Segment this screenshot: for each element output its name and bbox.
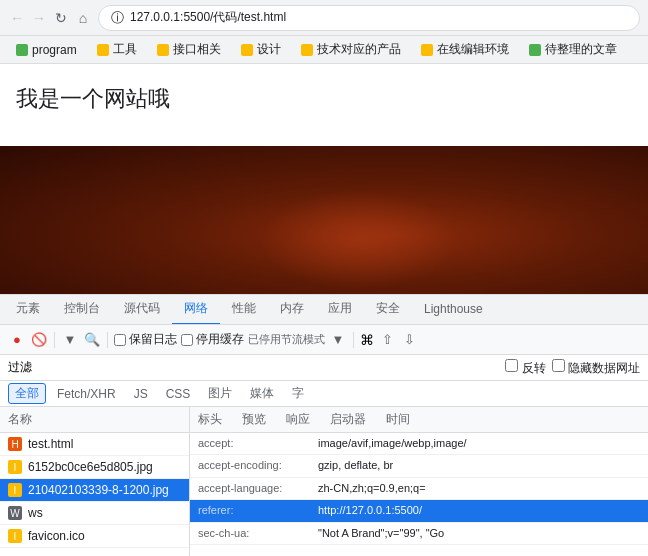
file-item-ws[interactable]: W ws bbox=[0, 502, 189, 525]
bookmarks-bar: program 工具 接口相关 设计 技术对应的产品 在线编辑环境 待整理的文章 bbox=[0, 36, 648, 64]
filter-type-font[interactable]: 字 bbox=[285, 383, 311, 404]
tab-console[interactable]: 控制台 bbox=[52, 295, 112, 325]
preserve-log-checkbox[interactable]: 保留日志 bbox=[114, 331, 177, 348]
import-button[interactable]: ⇧ bbox=[378, 331, 396, 349]
clear-button[interactable]: 🚫 bbox=[30, 331, 48, 349]
bookmark-item[interactable]: program bbox=[8, 41, 85, 59]
tab-security[interactable]: 安全 bbox=[364, 295, 412, 325]
detail-row-sec-ch-ua: sec-ch-ua: "Not A Brand";v="99", "Go bbox=[190, 523, 648, 545]
nav-buttons: ← → ↻ ⌂ bbox=[8, 9, 92, 27]
file-item-jpg1[interactable]: I 6152bc0ce6e5d805.jpg bbox=[0, 456, 189, 479]
detail-tab-timing[interactable]: 时间 bbox=[386, 411, 410, 428]
file-item-jpg2[interactable]: I 210402103339-8-1200.jpg bbox=[0, 479, 189, 502]
disable-cache-checkbox[interactable]: 停用缓存 bbox=[181, 331, 244, 348]
bookmark-item[interactable]: 在线编辑环境 bbox=[413, 39, 517, 60]
file-name-header: 名称 bbox=[8, 411, 32, 428]
detail-row-accept-language: accept-language: zh-CN,zh;q=0.9,en;q= bbox=[190, 478, 648, 500]
file-list: 名称 H test.html I 6152bc0ce6e5d805.jpg I … bbox=[0, 407, 190, 556]
hero-image bbox=[0, 146, 648, 294]
filter-type-img[interactable]: 图片 bbox=[201, 383, 239, 404]
bookmark-icon bbox=[157, 44, 169, 56]
detail-row-referer: referer: http://127.0.0.1:5500/ bbox=[190, 500, 648, 522]
bookmark-icon bbox=[301, 44, 313, 56]
bookmark-icon bbox=[97, 44, 109, 56]
filter-input[interactable] bbox=[40, 361, 497, 375]
detail-row-accept: accept: image/avif,image/webp,image/ bbox=[190, 433, 648, 455]
file-list-header: 名称 bbox=[0, 407, 189, 433]
page-title: 我是一个网站哦 bbox=[16, 84, 632, 114]
filter-type-all[interactable]: 全部 bbox=[8, 383, 46, 404]
detail-tab-initiator[interactable]: 启动器 bbox=[330, 411, 366, 428]
file-name: ws bbox=[28, 506, 43, 520]
filter-toggle-button[interactable]: ▼ bbox=[61, 331, 79, 349]
home-button[interactable]: ⌂ bbox=[74, 9, 92, 27]
tab-lighthouse[interactable]: Lighthouse bbox=[412, 296, 495, 324]
record-button[interactable]: ● bbox=[8, 331, 26, 349]
details-panel: 标头 预览 响应 启动器 时间 accept: image/avif,image… bbox=[190, 407, 648, 556]
bookmark-label: 技术对应的产品 bbox=[317, 41, 401, 58]
detail-tab-preview[interactable]: 预览 bbox=[242, 411, 266, 428]
throttle-dropdown[interactable]: ▼ bbox=[329, 331, 347, 349]
filter-type-media[interactable]: 媒体 bbox=[243, 383, 281, 404]
separator bbox=[353, 332, 354, 348]
wifi-icon: ⌘ bbox=[360, 332, 374, 348]
bookmark-item[interactable]: 设计 bbox=[233, 39, 289, 60]
tab-elements[interactable]: 元素 bbox=[4, 295, 52, 325]
bookmark-icon bbox=[241, 44, 253, 56]
devtools-panel: 元素 控制台 源代码 网络 性能 内存 应用 安全 Lighthouse ● 🚫… bbox=[0, 294, 648, 556]
file-name: test.html bbox=[28, 437, 73, 451]
bookmark-item[interactable]: 接口相关 bbox=[149, 39, 229, 60]
file-icon-html: H bbox=[8, 437, 22, 451]
filter-type-fetch-xhr[interactable]: Fetch/XHR bbox=[50, 385, 123, 403]
tab-memory[interactable]: 内存 bbox=[268, 295, 316, 325]
invert-checkbox[interactable]: 反转 bbox=[505, 359, 545, 377]
bookmark-label: 待整理的文章 bbox=[545, 41, 617, 58]
file-item-favicon[interactable]: I favicon.ico bbox=[0, 525, 189, 548]
detail-tab-headers[interactable]: 标头 bbox=[198, 411, 222, 428]
filter-type-css[interactable]: CSS bbox=[159, 385, 198, 403]
hide-data-url-checkbox[interactable]: 隐藏数据网址 bbox=[552, 359, 640, 377]
devtools-tabs: 元素 控制台 源代码 网络 性能 内存 应用 安全 Lighthouse bbox=[0, 295, 648, 325]
filter-type-js[interactable]: JS bbox=[127, 385, 155, 403]
bookmark-item[interactable]: 待整理的文章 bbox=[521, 39, 625, 60]
bookmark-label: 接口相关 bbox=[173, 41, 221, 58]
tab-performance[interactable]: 性能 bbox=[220, 295, 268, 325]
bookmark-label: 工具 bbox=[113, 41, 137, 58]
separator bbox=[107, 332, 108, 348]
browser-toolbar: ← → ↻ ⌂ ⓘ 127.0.0.1:5500/代码/test.html bbox=[0, 0, 648, 36]
page-content: 我是一个网站哦 bbox=[0, 64, 648, 146]
file-icon-ws: W bbox=[8, 506, 22, 520]
detail-row-accept-encoding: accept-encoding: gzip, deflate, br bbox=[190, 455, 648, 477]
forward-button[interactable]: → bbox=[30, 9, 48, 27]
bookmark-icon bbox=[16, 44, 28, 56]
file-icon-img: I bbox=[8, 483, 22, 497]
export-button[interactable]: ⇩ bbox=[400, 331, 418, 349]
devtools-network-toolbar: ● 🚫 ▼ 🔍 保留日志 停用缓存 已停用节流模式 ▼ ⌘ ⇧ ⇩ bbox=[0, 325, 648, 355]
back-button[interactable]: ← bbox=[8, 9, 26, 27]
file-item-test-html[interactable]: H test.html bbox=[0, 433, 189, 456]
address-bar[interactable]: ⓘ 127.0.0.1:5500/代码/test.html bbox=[98, 5, 640, 31]
file-name: 210402103339-8-1200.jpg bbox=[28, 483, 169, 497]
file-name: 6152bc0ce6e5d805.jpg bbox=[28, 460, 153, 474]
file-icon-img: I bbox=[8, 529, 22, 543]
bookmark-icon bbox=[421, 44, 433, 56]
bookmark-label: 设计 bbox=[257, 41, 281, 58]
filter-bar: 过滤 反转 隐藏数据网址 bbox=[0, 355, 648, 381]
tab-network[interactable]: 网络 bbox=[172, 295, 220, 325]
separator bbox=[54, 332, 55, 348]
bookmark-item[interactable]: 工具 bbox=[89, 39, 145, 60]
lock-icon: ⓘ bbox=[111, 9, 124, 27]
details-header: 标头 预览 响应 启动器 时间 bbox=[190, 407, 648, 433]
tab-application[interactable]: 应用 bbox=[316, 295, 364, 325]
file-name: favicon.ico bbox=[28, 529, 85, 543]
file-icon-img: I bbox=[8, 460, 22, 474]
reload-button[interactable]: ↻ bbox=[52, 9, 70, 27]
bookmark-item[interactable]: 技术对应的产品 bbox=[293, 39, 409, 60]
bookmark-label: 在线编辑环境 bbox=[437, 41, 509, 58]
filter-type-bar: 全部 Fetch/XHR JS CSS 图片 媒体 字 bbox=[0, 381, 648, 407]
bookmark-icon bbox=[529, 44, 541, 56]
detail-tab-response[interactable]: 响应 bbox=[286, 411, 310, 428]
search-button[interactable]: 🔍 bbox=[83, 331, 101, 349]
tab-sources[interactable]: 源代码 bbox=[112, 295, 172, 325]
bookmark-label: program bbox=[32, 43, 77, 57]
